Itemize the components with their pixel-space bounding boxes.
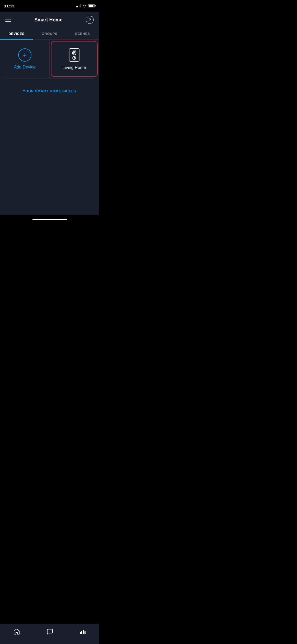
skills-section: YOUR SMART HOME SKILLS [0,79,99,104]
tab-scenes[interactable]: SCENES [66,28,99,39]
menu-button[interactable] [5,18,11,22]
svg-rect-5 [73,50,76,51]
home-indicator [0,215,99,224]
app-header: Smart Home ? [0,12,99,28]
add-device-card[interactable]: Add Device [0,40,50,78]
tab-devices[interactable]: DEVICES [0,28,33,39]
status-time: 11:13 [4,4,14,8]
help-button[interactable]: ? [86,16,94,24]
svg-point-2 [73,52,75,54]
svg-point-4 [74,57,75,59]
skills-label: YOUR SMART HOME SKILLS [23,89,76,93]
devices-grid: Add Device Living Room [0,40,99,78]
add-device-icon [18,48,31,62]
status-bar: 11:13 [0,0,99,12]
tabs-bar: DEVICES GROUPS SCENES [0,28,99,40]
app-container: Smart Home ? DEVICES GROUPS SCENES Add D… [0,12,99,215]
wifi-icon [82,4,87,7]
svg-point-1 [72,51,76,55]
living-room-card[interactable]: Living Room [50,40,99,78]
tab-groups[interactable]: GROUPS [33,28,66,39]
add-device-label: Add Device [14,65,36,70]
home-indicator-bar [32,219,67,220]
battery-icon [88,4,95,7]
status-icons [76,4,95,7]
speaker-icon [68,48,80,62]
signal-icon [76,4,81,7]
page-title: Smart Home [34,17,62,23]
nav-spacer [0,104,99,130]
living-room-label: Living Room [63,65,86,70]
